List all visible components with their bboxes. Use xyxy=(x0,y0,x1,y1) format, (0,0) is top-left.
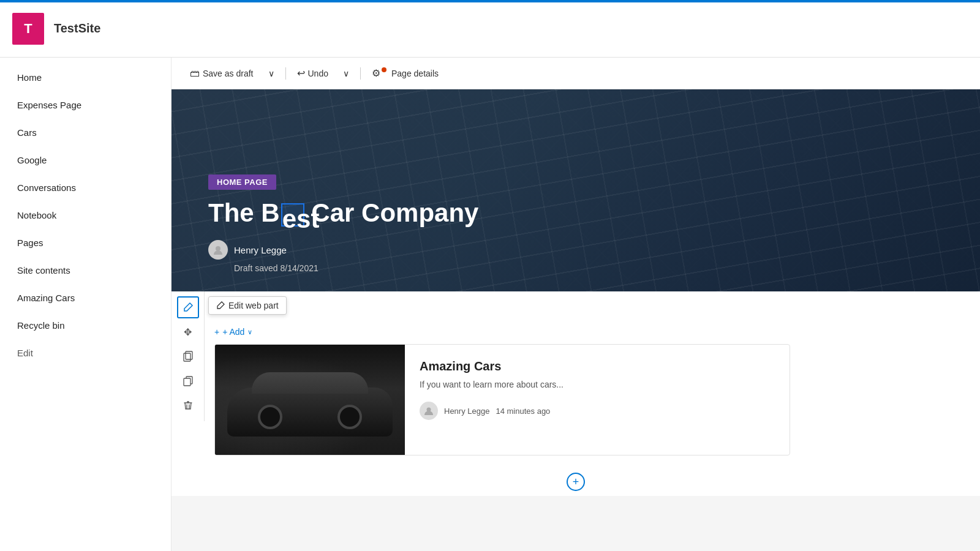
sidebar-item-edit[interactable]: Edit xyxy=(0,339,171,367)
text-cursor: est xyxy=(281,203,304,227)
card-title: Amazing Cars xyxy=(420,359,775,373)
webpart-container: ✥ xyxy=(172,291,980,496)
card-description: If you want to learn more about cars... xyxy=(420,380,775,389)
svg-rect-2 xyxy=(184,353,190,361)
site-logo: T xyxy=(12,13,44,45)
sidebar-item-notebook[interactable]: Notebook xyxy=(0,201,171,229)
page-details-button[interactable]: ⚙ Page details xyxy=(366,64,445,83)
sidebar-item-cars[interactable]: Cars xyxy=(0,119,171,146)
delete-webpart-button[interactable] xyxy=(177,394,199,416)
card-time-ago: 14 minutes ago xyxy=(496,407,550,416)
floating-toolbar: ✥ xyxy=(172,291,205,421)
card-image xyxy=(215,345,405,455)
svg-rect-1 xyxy=(186,351,192,359)
layout: Home Expenses Page Cars Google Conversat… xyxy=(0,58,980,551)
webpart-header-spacer xyxy=(172,291,980,323)
svg-rect-3 xyxy=(184,378,190,386)
sidebar: Home Expenses Page Cars Google Conversat… xyxy=(0,58,172,551)
save-draft-dropdown-button[interactable]: ∨ xyxy=(262,65,281,82)
notification-dot xyxy=(382,67,386,72)
sidebar-item-pages[interactable]: Pages xyxy=(0,229,171,257)
author-name: Henry Legge xyxy=(234,245,287,255)
card-content: Amazing Cars If you want to learn more a… xyxy=(405,345,790,455)
edit-webpart-icon-button[interactable] xyxy=(177,296,199,318)
sidebar-item-conversations[interactable]: Conversations xyxy=(0,174,171,201)
undo-dropdown-button[interactable]: ∨ xyxy=(337,65,355,82)
move-icon: ✥ xyxy=(184,326,192,338)
hero-draft-date: Draft saved 8/14/2021 xyxy=(234,263,478,273)
bottom-add-section: + xyxy=(172,468,980,496)
accent-line xyxy=(0,0,980,2)
save-as-draft-button[interactable]: 🗃 Save as draft xyxy=(184,64,260,83)
duplicate-webpart-button[interactable] xyxy=(177,345,199,367)
toolbar-separator-2 xyxy=(360,67,361,80)
card-footer: Henry Legge 14 minutes ago xyxy=(420,402,775,420)
hero-badge: HOME PAGE xyxy=(208,174,276,190)
top-bar: T TestSite xyxy=(0,0,980,58)
sidebar-item-google[interactable]: Google xyxy=(0,146,171,174)
car-wheel-right xyxy=(337,405,362,429)
add-label: + Add xyxy=(222,327,244,337)
hero-content: HOME PAGE The Best Car Company Henry Leg… xyxy=(208,174,478,273)
sidebar-item-recycle-bin[interactable]: Recycle bin xyxy=(0,312,171,339)
undo-icon: ↩ xyxy=(297,67,305,79)
add-dropdown-icon: ∨ xyxy=(247,328,252,336)
author-avatar xyxy=(208,240,228,260)
toolbar-separator-1 xyxy=(285,67,286,80)
sidebar-item-site-contents[interactable]: Site contents xyxy=(0,257,171,284)
site-title: TestSite xyxy=(54,21,100,36)
bottom-plus-button[interactable]: + xyxy=(567,473,585,491)
sidebar-item-home[interactable]: Home xyxy=(0,64,171,91)
card-author-avatar xyxy=(420,402,438,420)
move-webpart-button[interactable]: ✥ xyxy=(177,321,199,343)
plus-icon: + xyxy=(214,327,219,337)
gear-icon: ⚙ xyxy=(372,67,380,79)
hero-author: Henry Legge xyxy=(208,240,478,260)
sidebar-item-amazing-cars[interactable]: Amazing Cars xyxy=(0,284,171,312)
car-body-graphic xyxy=(227,388,393,437)
chevron-down-icon-2: ∨ xyxy=(343,69,349,78)
chevron-down-icon: ∨ xyxy=(268,69,274,78)
edit-webpart-tooltip[interactable]: Edit web part xyxy=(208,296,287,315)
sidebar-item-expenses-page[interactable]: Expenses Page xyxy=(0,91,171,119)
undo-button[interactable]: ↩ Undo xyxy=(291,64,334,83)
hero-section: HOME PAGE The Best Car Company Henry Leg… xyxy=(172,89,980,291)
card-author-name: Henry Legge xyxy=(444,407,489,416)
main-content: 🗃 Save as draft ∨ ↩ Undo ∨ ⚙ Page detail… xyxy=(172,58,980,551)
article-card[interactable]: Amazing Cars If you want to learn more a… xyxy=(214,344,790,455)
hero-title: The Best Car Company xyxy=(208,198,478,228)
plus-circle-icon: + xyxy=(573,476,579,489)
svg-point-0 xyxy=(216,246,221,251)
save-icon: 🗃 xyxy=(190,68,200,79)
car-wheel-left xyxy=(258,405,282,429)
page-toolbar: 🗃 Save as draft ∨ ↩ Undo ∨ ⚙ Page detail… xyxy=(172,58,980,89)
copy-webpart-button[interactable] xyxy=(177,370,199,392)
hero-title-text: The B xyxy=(208,198,280,227)
